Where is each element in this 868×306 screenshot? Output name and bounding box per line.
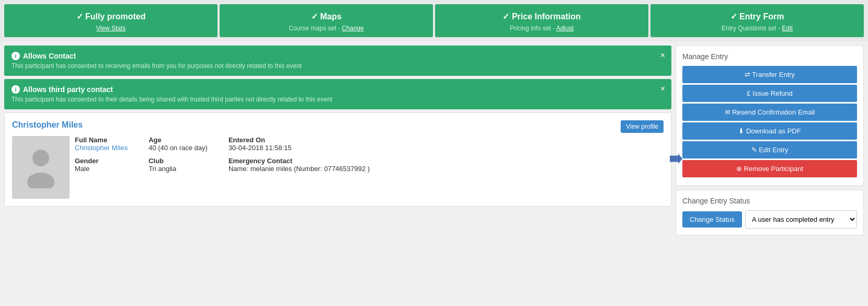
issue-refund-button[interactable]: £ Issue Refund (682, 85, 857, 102)
change-status-button[interactable]: Change Status (682, 211, 742, 228)
info-icon-third-party: i (12, 85, 20, 94)
alert-allows-third-party: × i Allows third party contact This part… (4, 79, 671, 109)
card-price-information-sub: Pricing info set - Adjust (440, 25, 643, 32)
right-panel: Manage Entry ⇄ Transfer Entry £ Issue Re… (676, 46, 864, 235)
emergency-contact-label: Emergency Contact (229, 157, 370, 165)
full-name-label: Full Name (75, 136, 128, 144)
change-entry-status-title: Change Entry Status (682, 197, 857, 205)
alert-allows-third-party-text: This participant has consented to their … (12, 96, 656, 103)
emergency-contact-row: Emergency Contact Name: melanie miles (N… (229, 157, 370, 173)
alert-allows-contact-title: i Allows Contact (12, 52, 656, 60)
alert-allows-third-party-title: i Allows third party contact (12, 85, 656, 94)
view-profile-button[interactable]: View profile (621, 120, 664, 133)
manage-entry-section: Manage Entry ⇄ Transfer Entry £ Issue Re… (676, 46, 864, 186)
participant-details: Full Name Christopher Miles Gender Male … (12, 136, 664, 199)
maps-change-link[interactable]: Change (342, 25, 364, 32)
gender-value: Male (75, 165, 128, 173)
svg-point-1 (32, 150, 49, 166)
manage-entry-title: Manage Entry (682, 52, 857, 61)
detail-col-1: Full Name Christopher Miles Gender Male (75, 136, 128, 199)
participant-name: Christopher Miles (12, 120, 664, 130)
left-panel: × i Allows Contact This participant has … (4, 46, 671, 235)
age-value: 40 (40 on race day) (149, 144, 208, 152)
change-entry-status-section: Change Entry Status Change Status A user… (676, 190, 864, 235)
alert-allows-contact: × i Allows Contact This participant has … (4, 46, 671, 76)
detail-columns: Full Name Christopher Miles Gender Male … (75, 136, 664, 199)
card-maps-title: ✓ Maps (225, 12, 428, 21)
alert-allows-third-party-close[interactable]: × (660, 84, 665, 94)
avatar-silhouette (25, 146, 56, 188)
card-fully-promoted: ✓ Fully promoted View Stats (4, 4, 218, 37)
entered-on-label: Entered On (229, 136, 370, 144)
entered-on-row: Entered On 30-04-2018 11:58:15 (229, 136, 370, 152)
pricing-adjust-link[interactable]: Adjust (556, 25, 574, 32)
card-maps: ✓ Maps Course maps set - Change (220, 4, 433, 37)
resend-confirmation-button[interactable]: ✉ Resend Confirmation Email (682, 104, 857, 121)
age-row: Age 40 (40 on race day) (149, 136, 208, 152)
entered-on-value: 30-04-2018 11:58:15 (229, 144, 370, 152)
status-select[interactable]: A user has completed entry Pending Appro… (745, 210, 857, 229)
card-entry-form-title: ✓ Entry Form (656, 12, 859, 21)
transfer-entry-button[interactable]: ⇄ Transfer Entry (682, 66, 857, 83)
full-name-row: Full Name Christopher Miles (75, 136, 128, 152)
card-price-information-title: ✓ Price Information (440, 12, 643, 21)
avatar (12, 136, 70, 199)
card-entry-form: ✓ Entry Form Entry Questions set - Edit (650, 4, 864, 37)
entry-form-edit-link[interactable]: Edit (782, 25, 793, 32)
detail-col-2: Age 40 (40 on race day) Club Tri anglia (149, 136, 208, 199)
gender-row: Gender Male (75, 157, 128, 173)
alert-allows-contact-close[interactable]: × (660, 51, 665, 60)
card-entry-form-sub: Entry Questions set - Edit (656, 25, 859, 32)
card-price-information: ✓ Price Information Pricing info set - A… (435, 4, 648, 37)
club-row: Club Tri anglia (149, 157, 208, 173)
gender-label: Gender (75, 157, 128, 165)
status-row: Change Status A user has completed entry… (682, 210, 857, 229)
remove-participant-button[interactable]: ⊗ Remove Participant (682, 160, 857, 177)
card-maps-sub: Course maps set - Change (225, 25, 428, 32)
info-icon-contact: i (12, 52, 20, 60)
alert-allows-contact-text: This participant has consented to receiv… (12, 62, 656, 70)
top-cards-bar: ✓ Fully promoted View Stats ✓ Maps Cours… (0, 0, 868, 41)
main-content: × i Allows Contact This participant has … (0, 41, 868, 240)
edit-entry-button[interactable]: ✎ Edit Entry (682, 141, 857, 158)
emergency-contact-value: Name: melanie miles (Number: 07746537992… (229, 165, 370, 173)
age-label: Age (149, 136, 208, 144)
download-pdf-button[interactable]: ⬇ Download as PDF (682, 122, 857, 140)
detail-col-3: Entered On 30-04-2018 11:58:15 Emergency… (229, 136, 370, 199)
svg-point-2 (27, 173, 54, 188)
participant-card: Christopher Miles View profile (4, 112, 671, 207)
full-name-value[interactable]: Christopher Miles (75, 144, 128, 152)
club-value: Tri anglia (149, 165, 208, 173)
card-fully-promoted-title: ✓ Fully promoted (9, 12, 212, 21)
card-fully-promoted-sub: View Stats (9, 25, 212, 32)
view-stats-link[interactable]: View Stats (96, 25, 125, 32)
club-label: Club (149, 157, 208, 165)
